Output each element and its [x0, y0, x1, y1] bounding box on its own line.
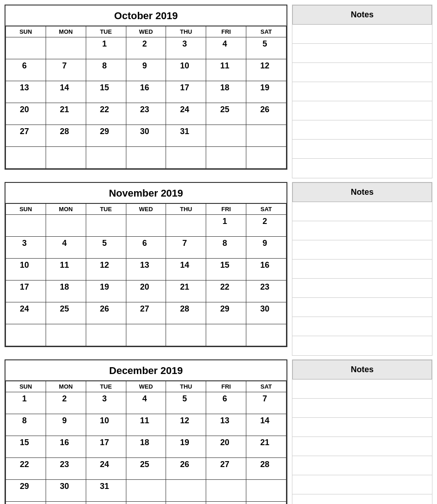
calendar-day: 30	[46, 480, 86, 502]
notes-line[interactable]	[292, 221, 432, 240]
calendar-day	[206, 502, 246, 504]
calendar-day	[6, 324, 46, 346]
calendar-day	[86, 147, 126, 169]
calendar-day: 4	[46, 237, 86, 259]
notes-line[interactable]	[292, 379, 432, 399]
notes-line[interactable]	[292, 63, 432, 82]
calendar-day: 4	[206, 37, 246, 59]
calendar-day: 20	[126, 281, 166, 302]
calendar-0: October 2019SUNMONTUEWEDTHUFRISAT1234567…	[5, 5, 287, 170]
calendar-day: 1	[206, 215, 246, 237]
calendar-day	[46, 324, 86, 346]
calendar-day	[6, 37, 46, 59]
calendar-day	[206, 147, 246, 169]
calendar-day: 7	[246, 392, 286, 414]
calendar-day	[46, 215, 86, 237]
notes-line[interactable]	[292, 82, 432, 101]
calendar-day: 8	[206, 237, 246, 259]
day-header: FRI	[206, 381, 246, 392]
day-header: FRI	[206, 26, 246, 37]
calendar-day: 29	[86, 125, 126, 147]
calendar-day	[206, 480, 246, 502]
calendar-day: 15	[206, 259, 246, 281]
calendar-day	[126, 215, 166, 237]
calendar-day: 11	[206, 59, 246, 81]
notes-line[interactable]	[292, 456, 432, 475]
calendar-day	[246, 480, 286, 502]
notes-line[interactable]	[292, 120, 432, 140]
page: October 2019SUNMONTUEWEDTHUFRISAT1234567…	[5, 5, 432, 504]
calendar-day: 29	[6, 480, 46, 502]
notes-line[interactable]	[292, 399, 432, 418]
calendar-2: December 2019SUNMONTUEWEDTHUFRISAT123456…	[5, 359, 287, 504]
calendar-day	[166, 147, 206, 169]
calendar-day	[246, 125, 286, 147]
calendar-day	[246, 147, 286, 169]
calendar-day: 2	[246, 215, 286, 237]
calendar-day	[86, 215, 126, 237]
notes-line[interactable]	[292, 298, 432, 317]
calendar-day	[6, 147, 46, 169]
calendar-day: 25	[206, 103, 246, 125]
calendar-day: 19	[246, 81, 286, 103]
calendar-day: 14	[246, 414, 286, 436]
calendar-day: 9	[126, 59, 166, 81]
calendar-day: 3	[86, 392, 126, 414]
day-header: SUN	[6, 381, 46, 392]
day-header: THU	[166, 26, 206, 37]
notes-line[interactable]	[292, 494, 432, 504]
notes-line[interactable]	[292, 475, 432, 494]
calendar-title-2: December 2019	[5, 360, 286, 381]
notes-line[interactable]	[292, 101, 432, 120]
calendar-day: 24	[6, 302, 46, 324]
calendar-day	[46, 502, 86, 504]
calendar-day	[246, 324, 286, 346]
calendar-day: 23	[126, 103, 166, 125]
calendar-day	[126, 502, 166, 504]
calendar-day	[166, 480, 206, 502]
calendar-day: 23	[246, 281, 286, 302]
notes-line[interactable]	[292, 44, 432, 63]
day-header: SUN	[6, 204, 46, 215]
calendar-day: 24	[166, 103, 206, 125]
notes-line[interactable]	[292, 336, 432, 355]
day-header: MON	[46, 381, 86, 392]
notes-line[interactable]	[292, 279, 432, 298]
notes-header-2: Notes	[292, 360, 432, 379]
calendar-title-1: November 2019	[5, 183, 286, 203]
notes-line[interactable]	[292, 437, 432, 456]
calendar-day: 22	[86, 103, 126, 125]
calendar-day: 29	[206, 302, 246, 324]
calendar-day: 30	[126, 125, 166, 147]
calendar-day: 11	[126, 414, 166, 436]
notes-header-1: Notes	[292, 182, 432, 202]
day-header: WED	[126, 381, 166, 392]
notes-line[interactable]	[292, 260, 432, 279]
day-header: TUE	[86, 204, 126, 215]
notes-line[interactable]	[292, 159, 432, 178]
calendar-day: 17	[6, 281, 46, 302]
calendar-day: 13	[206, 414, 246, 436]
calendar-day: 13	[126, 259, 166, 281]
month-row-0: October 2019SUNMONTUEWEDTHUFRISAT1234567…	[5, 5, 432, 178]
notes-line[interactable]	[292, 418, 432, 437]
calendar-day: 2	[126, 37, 166, 59]
month-row-2: December 2019SUNMONTUEWEDTHUFRISAT123456…	[5, 359, 432, 504]
notes-line[interactable]	[292, 202, 432, 221]
day-header: THU	[166, 381, 206, 392]
day-header: SUN	[6, 26, 46, 37]
calendar-day: 8	[6, 414, 46, 436]
notes-lines-0	[292, 25, 432, 178]
day-header: MON	[46, 26, 86, 37]
calendar-day	[46, 147, 86, 169]
notes-line[interactable]	[292, 240, 432, 260]
calendar-day: 20	[206, 436, 246, 458]
notes-line[interactable]	[292, 140, 432, 159]
calendar-day: 11	[46, 259, 86, 281]
notes-line[interactable]	[292, 25, 432, 44]
notes-line[interactable]	[292, 317, 432, 336]
calendar-day: 8	[86, 59, 126, 81]
calendar-day: 21	[46, 103, 86, 125]
notes-panel-1: Notes	[292, 182, 432, 356]
calendar-day: 10	[166, 59, 206, 81]
